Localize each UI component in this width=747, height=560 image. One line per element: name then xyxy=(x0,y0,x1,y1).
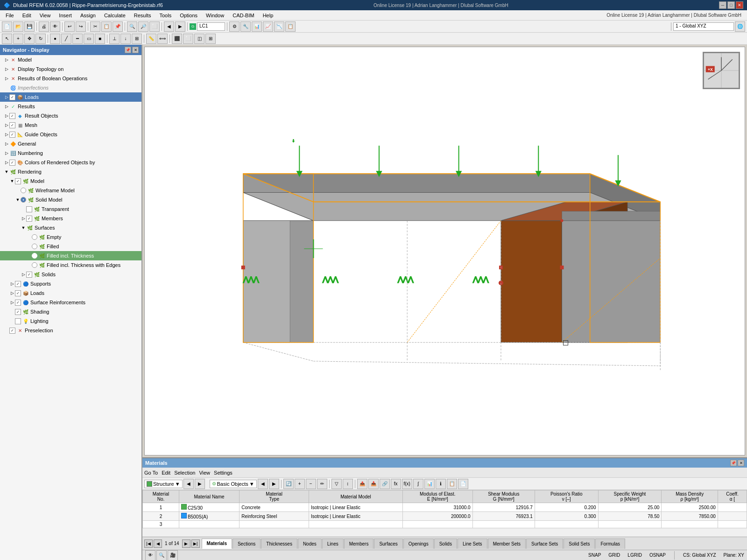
load-btn[interactable]: ↓ xyxy=(120,34,131,44)
mat-excel[interactable]: 📋 xyxy=(447,479,457,489)
tree-item-filled-thickness[interactable]: 🌿 Filled incl. Thickness xyxy=(0,251,141,260)
materials-close-btn[interactable]: ✕ xyxy=(738,460,744,466)
status-view-btn-3[interactable]: 🎥 xyxy=(168,550,178,560)
structure-dropdown[interactable]: Structure ▼ xyxy=(144,480,183,488)
expand-numbering[interactable]: ▷ xyxy=(4,151,9,155)
checkbox-loads-render[interactable] xyxy=(15,290,21,296)
view-btn-3[interactable]: ◫ xyxy=(194,34,204,44)
mat-nav-fwd[interactable]: ▶ xyxy=(195,479,205,489)
tree-item-guide-objects[interactable]: ▷ 📐 Guide Objects xyxy=(0,130,141,139)
tree-item-result-objects[interactable]: ▷ ◆ Result Objects xyxy=(0,111,141,120)
status-view-btn-2[interactable]: 🔍 xyxy=(156,550,167,560)
tb-btn-5[interactable]: 📉 xyxy=(274,21,284,32)
expand-surface-reinforcements[interactable]: ▷ xyxy=(9,300,15,305)
expand-colors[interactable]: ▷ xyxy=(4,160,9,165)
status-view-btn-1[interactable]: 👁 xyxy=(145,550,155,560)
solid-btn[interactable]: ■ xyxy=(95,34,105,44)
select-btn[interactable]: ↖ xyxy=(2,34,12,44)
expand-surfaces[interactable]: ▼ xyxy=(21,225,26,230)
checkbox-lighting[interactable] xyxy=(15,318,21,324)
view-btn-2[interactable]: ⬜ xyxy=(183,34,193,44)
status-osnap[interactable]: OSNAP xyxy=(649,553,666,558)
radio-filled[interactable] xyxy=(32,244,37,249)
tab-solid-sets[interactable]: Solid Sets xyxy=(564,539,595,549)
tree-item-loads-render[interactable]: ▷ 📦 Loads xyxy=(0,288,141,298)
mat-row-2[interactable]: 2 B500S(A) Reinforcing Steel Isotropic |… xyxy=(143,512,747,521)
tree-item-wireframe[interactable]: 🌿 Wireframe Model xyxy=(0,186,141,195)
mat-import[interactable]: 📥 xyxy=(368,479,379,489)
mat-row-3[interactable]: 3 xyxy=(143,521,747,528)
menu-insert[interactable]: Insert xyxy=(55,12,76,19)
tree-item-surface-reinforcements[interactable]: ▷ 🔵 Surface Reinforcements xyxy=(0,298,141,307)
tab-sections[interactable]: Sections xyxy=(233,539,261,549)
node-btn[interactable]: ● xyxy=(50,34,60,44)
undo-btn[interactable]: ↩ xyxy=(64,21,75,32)
menu-file[interactable]: File xyxy=(2,12,18,19)
expand-display-topology[interactable]: ▷ xyxy=(4,67,9,71)
mat-info[interactable]: ℹ xyxy=(436,479,446,489)
zoom-in-btn[interactable]: 🔍 xyxy=(127,21,137,32)
nav-float-btn[interactable]: 📌 xyxy=(125,47,131,53)
radio-empty[interactable] xyxy=(32,234,37,240)
section-btn[interactable]: ⊞ xyxy=(132,34,142,44)
checkbox-transparent[interactable] xyxy=(26,206,32,212)
surface-btn[interactable]: ▭ xyxy=(84,34,94,44)
pointer-btn[interactable]: + xyxy=(13,34,23,44)
mat-edit[interactable]: ✏ xyxy=(317,479,327,489)
tree-item-solids[interactable]: ▷ 🌿 Solids xyxy=(0,270,141,279)
tree-item-supports[interactable]: ▷ 🔵 Supports xyxy=(0,279,141,288)
viewport-container[interactable]: ↓ xyxy=(144,47,745,455)
redo-btn[interactable]: ↪ xyxy=(76,21,86,32)
tb-btn-4[interactable]: 📈 xyxy=(263,21,273,32)
expand-rendering[interactable]: ▼ xyxy=(4,169,9,174)
dimension-btn[interactable]: ⟺ xyxy=(157,34,168,44)
print-btn[interactable]: 🖨 xyxy=(39,21,49,32)
checkbox-mesh[interactable] xyxy=(9,122,15,128)
tree-item-filled-thickness-edges[interactable]: 🌿 Filled incl. Thickness with Edges xyxy=(0,260,141,270)
checkbox-rendering-model[interactable] xyxy=(15,178,21,184)
menu-options[interactable]: Options xyxy=(176,12,201,19)
status-lgrid[interactable]: LGRID xyxy=(627,553,642,558)
tab-openings[interactable]: Openings xyxy=(403,539,434,549)
paste-btn[interactable]: 📌 xyxy=(113,21,123,32)
tree-item-general[interactable]: ▷ 🔶 General xyxy=(0,139,141,148)
status-grid[interactable]: GRID xyxy=(608,553,620,558)
tree-item-members[interactable]: ▷ 🌿 Members xyxy=(0,214,141,223)
expand-mesh[interactable]: ▷ xyxy=(4,123,9,127)
tab-members[interactable]: Members xyxy=(344,539,374,549)
rotate-btn[interactable]: ↻ xyxy=(35,34,46,44)
tree-item-solid-model[interactable]: ▼ 🌿 Solid Model xyxy=(0,195,141,204)
tree-item-rendering-model[interactable]: ▼ 🌿 Model xyxy=(0,176,141,186)
tab-surface-sets[interactable]: Surface Sets xyxy=(526,539,563,549)
mat-filter[interactable]: ▽ xyxy=(331,479,342,489)
zoom-out-btn[interactable]: 🔎 xyxy=(138,21,148,32)
nav-left-btn[interactable]: ◀ xyxy=(164,21,174,32)
expand-general[interactable]: ▷ xyxy=(4,141,9,146)
radio-filled-thickness-edges[interactable] xyxy=(32,262,37,268)
tab-surfaces[interactable]: Surfaces xyxy=(374,539,402,549)
expand-solids[interactable]: ▷ xyxy=(21,272,26,277)
tree-item-surfaces[interactable]: ▼ 🌿 Surfaces xyxy=(0,223,141,232)
checkbox-members[interactable] xyxy=(26,216,32,222)
tab-nodes[interactable]: Nodes xyxy=(298,539,322,549)
tree-item-loads-top[interactable]: ▷ 📦 Loads xyxy=(0,92,141,102)
mat-refresh[interactable]: 🔄 xyxy=(283,479,294,489)
coord-btn[interactable]: 🌐 xyxy=(735,21,745,32)
expand-results[interactable]: ▷ xyxy=(4,104,9,109)
tree-item-lighting[interactable]: 💡 Lighting xyxy=(0,316,141,326)
menu-edit[interactable]: Edit xyxy=(19,12,35,19)
mat-menu-edit[interactable]: Edit xyxy=(162,470,170,476)
tree-item-preselection[interactable]: ✕ Preselection xyxy=(0,326,141,335)
tab-lines[interactable]: Lines xyxy=(322,539,344,549)
tree-item-mesh[interactable]: ▷ ▦ Mesh xyxy=(0,120,141,130)
tree-item-rendering[interactable]: ▼ 🌿 Rendering xyxy=(0,167,141,176)
tab-solids[interactable]: Solids xyxy=(434,539,457,549)
checkbox-supports[interactable] xyxy=(15,281,21,287)
coord-system-dropdown[interactable]: 1 - Global XYZ xyxy=(673,22,734,31)
menu-results[interactable]: Results xyxy=(130,12,155,19)
expand-model[interactable]: ▷ xyxy=(4,57,9,62)
mat-menu-view[interactable]: View xyxy=(199,470,210,476)
mat-add[interactable]: + xyxy=(295,479,305,489)
mat-graph[interactable]: 📊 xyxy=(424,479,435,489)
view-btn-1[interactable]: ⬛ xyxy=(172,34,182,44)
